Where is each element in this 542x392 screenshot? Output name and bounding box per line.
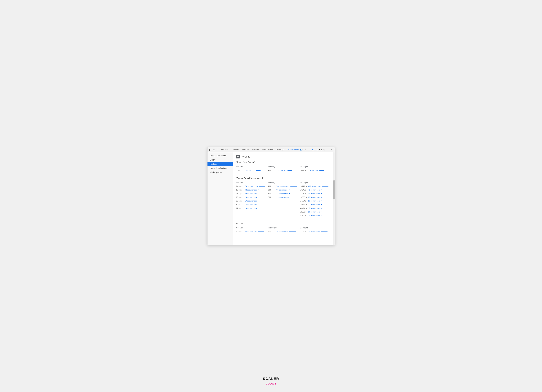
- sidebar-item-media-queries[interactable]: Media queries: [207, 170, 233, 174]
- sidebar: Overview summary Colors Font info Unused…: [207, 152, 233, 245]
- line-height-col-times: line-height 10.12px 1 occurrence: [300, 166, 331, 173]
- section-header: Aa Font info: [236, 155, 331, 158]
- fw-ss-0: 400 704 occurrences: [268, 185, 300, 188]
- flag-badge: ⚑ 4: [319, 149, 322, 151]
- warning-badge: ▲ 7: [315, 149, 318, 151]
- lh-ss-5: 16.192px 22 occurrences: [300, 203, 331, 206]
- fs-ss-6: 17.6px 13 occurrences: [236, 207, 268, 210]
- fs-ss-4: 28.16px 19 occurrences: [236, 199, 268, 202]
- close-button[interactable]: ×: [331, 148, 333, 151]
- tab-close-icon[interactable]: ×: [302, 149, 303, 151]
- sidebar-item-unused-declarations[interactable]: Unused declarations: [207, 166, 233, 170]
- toolbar-icons: ▶ ▭: [209, 148, 215, 151]
- more-tabs-button[interactable]: »: [305, 148, 307, 151]
- lh-ss-8: 24.64px 13 occurrences: [300, 214, 331, 217]
- scrollbar-thumb[interactable]: [333, 180, 335, 199]
- fs-ss-5: 8.8px 16 occurrences: [236, 203, 268, 206]
- font-family-name-sr-icons: sr-icons: [236, 222, 331, 225]
- line-height-header-times: line-height: [300, 166, 331, 168]
- fw-ss-1: 600 95 occurrences: [268, 188, 300, 191]
- font-size-col-ss: font-size 14.08px 732 occurrences 12.32p…: [236, 182, 268, 218]
- sidebar-item-colors[interactable]: Colors: [207, 158, 233, 162]
- font-family-times: "Times New Roman" font-size 8.8px 1 occu…: [236, 161, 331, 173]
- font-props-times: font-size 8.8px 1 occurrence font-weight…: [236, 166, 331, 173]
- font-size-header-ss: font-size: [236, 182, 268, 184]
- font-weight-bar: [287, 170, 292, 171]
- font-size-header-times: font-size: [236, 166, 268, 168]
- tab-performance[interactable]: Performance: [261, 147, 275, 152]
- fs-ss-2: 21.12px 29 occurrences: [236, 192, 268, 195]
- toolbar-divider: [218, 148, 218, 151]
- error-badge: 1: [312, 149, 314, 151]
- tab-elements[interactable]: Elements: [219, 147, 230, 152]
- settings-button[interactable]: ⚙: [323, 148, 326, 151]
- font-family-source-sans: "Source Sans Pro", sans-serif font-size …: [236, 177, 331, 218]
- toolbar-tabs: Elements Console Sources Network Perform…: [219, 147, 311, 152]
- fw-ss-2: 800 73 occurrences: [268, 192, 300, 195]
- scaler-logo-area: SCALER Topics: [263, 377, 279, 386]
- scaler-logo: SCALER Topics: [263, 377, 279, 386]
- tab-console[interactable]: Console: [230, 147, 240, 152]
- lh-ss-0: 19.712px 680 occurrences: [300, 185, 331, 188]
- fs-header-sri: font-size: [236, 227, 268, 229]
- device-icon[interactable]: ▭: [212, 148, 215, 151]
- font-weight-col-ss: font-weight 400 704 occurrences 600 95 o…: [268, 182, 300, 218]
- line-height-col-ss: line-height 19.712px 680 occurrences 17.…: [300, 182, 331, 218]
- sidebar-item-overview[interactable]: Overview summary: [207, 154, 233, 158]
- fs-ss-0-occ: 732 occurrences: [245, 185, 258, 187]
- lh-header-sri: line-height: [300, 227, 331, 229]
- fw-col-sri: font-weight 400 30 occurrences: [268, 227, 300, 234]
- fs-ss-0: 14.08px 732 occurrences: [236, 185, 268, 188]
- topics-text: Topics: [266, 381, 276, 386]
- font-family-sr-icons: sr-icons font-size 14.08px 30 occurrence…: [236, 222, 331, 234]
- lh-ss-2: 14.08px 30 occurrences: [300, 192, 331, 195]
- tab-css-overview[interactable]: CSS Overview 👤 ×: [285, 147, 305, 152]
- line-height-occurrence: 1 occurrence: [308, 169, 318, 171]
- tab-sources[interactable]: Sources: [240, 147, 251, 152]
- font-weight-value: 400: [268, 169, 276, 171]
- font-icon: Aa: [236, 155, 240, 158]
- fs-col-sri: font-size 14.08px 30 occurrences: [236, 227, 268, 234]
- lh-ss-1: 17.248px 42 occurrences: [300, 188, 331, 191]
- devtools-toolbar: ▶ ▭ Elements Console Sources Network Per…: [207, 147, 335, 152]
- fw-header-sri: font-weight: [268, 227, 300, 229]
- fw-ss-3: 700 2 occurrences: [268, 196, 300, 199]
- font-weight-header-ss: font-weight: [268, 182, 300, 184]
- font-size-row-times-0: 8.8px 1 occurrence: [236, 169, 268, 172]
- font-weight-row-times-0: 400 1 occurrence: [268, 169, 300, 172]
- fw-sri-0: 400 30 occurrences: [268, 230, 300, 233]
- font-family-name-times: "Times New Roman": [236, 161, 331, 164]
- font-family-name-source-sans: "Source Sans Pro", sans-serif: [236, 177, 331, 180]
- lh-ss-6: 39.424px 19 occurrences: [300, 207, 331, 210]
- tab-memory[interactable]: Memory: [275, 147, 285, 152]
- font-size-occurrence: 1 occurrence: [245, 169, 255, 171]
- fs-ss-1: 12.32px 42 occurrences: [236, 188, 268, 191]
- font-size-col-times: font-size 8.8px 1 occurrence: [236, 166, 268, 173]
- scaler-text: SCALER: [263, 377, 279, 381]
- tab-network[interactable]: Network: [251, 147, 261, 152]
- scrollbar-track[interactable]: [333, 152, 335, 245]
- user-icon: 👤: [300, 149, 302, 151]
- page-title: Font info: [241, 155, 250, 158]
- lh-ss-3: 29.568px 29 occurrences: [300, 196, 331, 199]
- line-height-row-times-0: 10.12px 1 occurrence: [300, 169, 331, 172]
- main-content[interactable]: Aa Font info "Times New Roman" font-size…: [233, 152, 335, 245]
- line-height-bar: [319, 170, 324, 171]
- sidebar-item-font-info[interactable]: Font info: [207, 162, 233, 166]
- toolbar-right: 1 ▲ 7 ⚑ 4 ⚙ ⋮ ×: [312, 148, 333, 151]
- lh-ss-7: 12.32px 16 occurrences: [300, 210, 331, 213]
- fs-sri-0: 14.08px 30 occurrences: [236, 230, 268, 233]
- font-props-sr-icons: font-size 14.08px 30 occurrences font-we…: [236, 227, 331, 234]
- more-options-button[interactable]: ⋮: [327, 148, 330, 151]
- line-height-header-ss: line-height: [300, 182, 331, 184]
- lh-ss-4: 14.784px 23 occurrences: [300, 199, 331, 202]
- font-size-value: 8.8px: [236, 169, 244, 171]
- font-weight-header-times: font-weight: [268, 166, 300, 168]
- browser-window: ▶ ▭ Elements Console Sources Network Per…: [207, 147, 335, 245]
- fs-ss-3: 10.56px 23 occurrences: [236, 196, 268, 199]
- font-weight-occurrence: 1 occurrence: [276, 169, 287, 171]
- devtools-body: Overview summary Colors Font info Unused…: [207, 152, 335, 245]
- lh-sri-0: 14.08px 30 occurrences: [300, 230, 331, 233]
- line-height-value: 10.12px: [300, 169, 307, 171]
- cursor-icon[interactable]: ▶: [209, 148, 212, 151]
